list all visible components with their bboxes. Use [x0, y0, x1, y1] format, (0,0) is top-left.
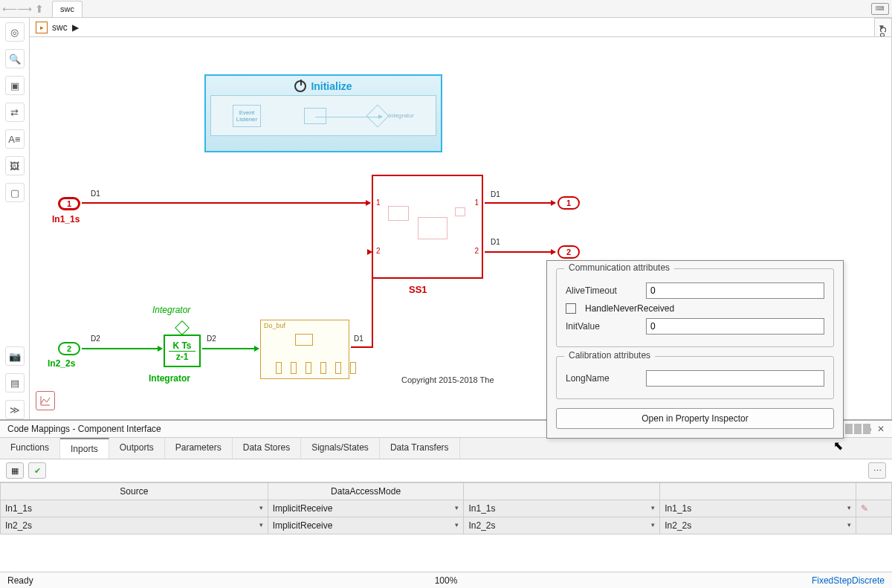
target-icon[interactable]: ◎ — [5, 22, 25, 42]
initialize-integrator-label: Integrator — [389, 112, 414, 119]
edit-row-icon[interactable] — [856, 517, 891, 534]
integrator-block[interactable]: K Ts z-1 — [164, 335, 201, 367]
dropdown-icon[interactable]: ▾ — [847, 504, 851, 511]
event-listener-block: Event Listener — [233, 105, 261, 127]
sig-d2-2: D2 — [207, 335, 216, 343]
cm-more-icon[interactable]: ⋯ — [868, 462, 886, 479]
wire-in2-integ — [82, 348, 162, 349]
dobuf-bars-icon — [276, 362, 356, 374]
sig-d2-1: D2 — [91, 335, 100, 343]
ss1-pin-in2: 2 — [376, 247, 381, 255]
image-icon[interactable]: 🖼 — [5, 156, 25, 175]
copyright-label: Copyright 2015-2018 The — [401, 375, 494, 384]
blank-icon[interactable]: ▢ — [5, 183, 25, 202]
model-icon[interactable]: ▸ — [36, 22, 48, 33]
sig-ss1-out1: D1 — [491, 190, 500, 198]
handle-never-received-checkbox[interactable] — [566, 303, 576, 314]
left-tool-palette: ◎ 🔍 ▣ ⇄ A≡ 🖼 ▢ 📷 ▤ ≫ — [0, 18, 30, 419]
tab-outports[interactable]: Outports — [109, 438, 165, 459]
cm-config-icon[interactable]: ▦ — [6, 462, 24, 479]
status-solver[interactable]: FixedStepDiscrete — [812, 575, 885, 586]
wire-dobuf-h — [351, 346, 373, 348]
outport-2[interactable]: 2 — [558, 245, 580, 259]
nav-back-icon[interactable]: ⟵ — [3, 2, 16, 16]
cell-c4: In1_1s — [665, 503, 691, 514]
inport-1[interactable]: 1 — [58, 197, 80, 210]
tab-data-transfers[interactable]: Data Transfers — [380, 438, 460, 459]
ss1-pin-out2: 2 — [474, 247, 479, 255]
tab-signals-states[interactable]: Signals/States — [301, 438, 380, 459]
table-row[interactable]: In1_1s▾ ImplicitReceive▾ In1_1s▾ In1_1s▾… — [1, 500, 892, 517]
tab-data-stores[interactable]: Data Stores — [233, 438, 301, 459]
open-property-inspector-button[interactable]: Open in Property Inspector — [556, 408, 834, 429]
integrator-bottom-label: Integrator — [149, 373, 190, 384]
swap-icon[interactable]: ⇄ — [5, 103, 25, 122]
dropdown-icon[interactable]: ▾ — [847, 521, 851, 529]
model-graph-icon[interactable] — [36, 391, 55, 410]
dropdown-icon[interactable]: ▾ — [259, 504, 263, 511]
init-value-input[interactable] — [646, 318, 824, 335]
dropdown-icon[interactable]: ▾ — [455, 504, 459, 511]
breadcrumb-play-icon[interactable]: ▶ — [72, 22, 79, 33]
cell-src: In2_2s — [5, 520, 32, 531]
zoom-area-icon[interactable]: 🔍 — [5, 49, 25, 68]
keyboard-icon[interactable]: ⌨ — [871, 3, 889, 15]
nav-up-icon[interactable]: ⬆ — [33, 2, 46, 16]
status-ready: Ready — [7, 575, 33, 586]
sig-ss1-out2: D1 — [491, 238, 500, 246]
dropdown-icon[interactable]: ▾ — [651, 521, 655, 529]
expand-icon[interactable]: ≫ — [5, 400, 25, 419]
dropdown-icon[interactable]: ▾ — [259, 521, 263, 529]
col-3[interactable] — [464, 483, 660, 500]
ss1-label: SS1 — [409, 284, 427, 295]
handle-never-received-label: HandleNeverReceived — [585, 303, 674, 314]
annotate-icon[interactable]: A≡ — [5, 129, 25, 149]
col-source[interactable]: Source — [1, 483, 268, 500]
breadcrumb: ▸ swc ▶ ▼ — [30, 18, 891, 37]
calib-attr-title: Calibration attributes — [564, 350, 655, 361]
cell-mode: ImplicitReceive — [273, 503, 333, 514]
wire-ss1-out2 — [485, 251, 555, 253]
legend-icon[interactable]: ▤ — [5, 373, 25, 392]
model-tab-label: swc — [60, 4, 74, 13]
dobuf-block[interactable]: Do_buf — [260, 320, 349, 379]
alive-timeout-input[interactable] — [646, 282, 824, 299]
inport-2-label: In2_2s — [48, 358, 75, 369]
longname-input[interactable] — [646, 370, 824, 387]
open-property-inspector-label: Open in Property Inspector — [641, 413, 748, 424]
code-mappings-table: Source DataAccessMode In1_1s▾ ImplicitRe… — [0, 482, 892, 534]
nav-fwd-icon[interactable]: ⟶ — [18, 2, 31, 16]
integrator-kts: K Ts — [169, 340, 196, 352]
breadcrumb-model[interactable]: swc — [52, 22, 68, 33]
wire-ss1-out1 — [485, 202, 555, 204]
cell-mode: ImplicitReceive — [273, 520, 333, 531]
edit-row-icon[interactable]: ✎ — [856, 500, 891, 517]
col-dataaccessmode[interactable]: DataAccessMode — [268, 483, 464, 500]
col-4[interactable] — [660, 483, 856, 500]
dropdown-icon[interactable]: ▾ — [455, 521, 459, 529]
cursor-icon: ⬉ — [833, 439, 843, 453]
wire-in1-ss1 — [82, 202, 370, 204]
power-icon — [294, 80, 306, 92]
breadcrumb-dropdown-icon[interactable]: ▼ — [878, 23, 885, 31]
nav-arrows: ⟵ ⟶ ⬆ — [3, 2, 46, 16]
cm-check-icon[interactable]: ✔ — [28, 462, 46, 479]
dropdown-icon[interactable]: ▾ — [651, 504, 655, 511]
tab-parameters[interactable]: Parameters — [165, 438, 233, 459]
outport-1[interactable]: 1 — [558, 196, 580, 210]
panel-close-icon[interactable]: ✕ — [877, 424, 885, 434]
code-mappings-title: Code Mappings - Component Interface — [7, 424, 161, 434]
fit-icon[interactable]: ▣ — [5, 76, 25, 95]
table-row[interactable]: In2_2s▾ ImplicitReceive▾ In2_2s▾ In2_2s▾ — [1, 517, 892, 534]
attributes-popup: Communication attributes AliveTimeout Ha… — [546, 260, 844, 439]
camera-icon[interactable]: 📷 — [5, 346, 25, 366]
wire-integ-dobuf — [202, 348, 259, 349]
initialize-block[interactable]: Initialize Event Listener Integrator — [204, 74, 442, 152]
model-tab[interactable]: swc — [52, 1, 83, 17]
initialize-mid-block — [304, 108, 326, 124]
inport-2[interactable]: 2 — [58, 342, 80, 355]
subsystem-ss1[interactable]: 1 2 1 2 — [372, 175, 483, 279]
tab-inports[interactable]: Inports — [60, 438, 109, 459]
tab-functions[interactable]: Functions — [0, 438, 60, 459]
status-bar: Ready 100% FixedStepDiscrete — [0, 572, 892, 588]
